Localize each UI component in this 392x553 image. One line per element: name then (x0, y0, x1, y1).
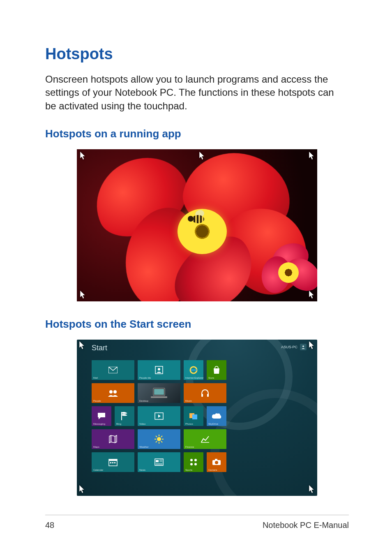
page-title: Hotspots (45, 45, 349, 63)
figure-start-screen-hotspots: Start ASUS-PC MailPeople-tileInternet Ex… (77, 340, 317, 496)
tile-label: Calendar (93, 469, 103, 471)
flag-icon (121, 412, 128, 420)
tile-label: Music (185, 400, 192, 402)
svg-rect-14 (192, 414, 197, 419)
start-tiles-grid: MailPeople-tileInternet ExplorerStorePeo… (92, 360, 226, 472)
svg-point-37 (190, 463, 193, 465)
news-icon (154, 458, 164, 466)
photos-icon (189, 412, 198, 420)
svg-rect-26 (110, 462, 111, 463)
svg-rect-41 (215, 459, 217, 460)
tile-label: Desktop (139, 400, 148, 402)
svg-rect-10 (201, 394, 203, 397)
cursor-icon (80, 152, 86, 160)
second-flower (256, 244, 317, 301)
chat-icon (97, 412, 106, 420)
svg-rect-11 (207, 394, 209, 397)
sports-icon (189, 458, 198, 466)
svg-line-22 (161, 436, 162, 437)
tile-messaging: Messaging (92, 406, 111, 426)
tile-music: Music (184, 383, 226, 403)
tile-label: People-tile (139, 377, 151, 379)
cursor-icon (79, 341, 85, 349)
svg-point-15 (157, 437, 161, 441)
tile-label: Maps (93, 446, 99, 448)
cursor-icon (199, 152, 205, 160)
tile-calendar: Calendar (92, 452, 134, 472)
svg-point-3 (158, 368, 160, 370)
book-title: Notebook PC E-Manual (263, 521, 349, 530)
tile-label: Mail (93, 377, 98, 379)
tile-finance: Finance (184, 429, 226, 449)
svg-rect-27 (112, 462, 113, 463)
svg-point-0 (302, 345, 304, 347)
cloud-icon (212, 413, 221, 419)
tile-label: People (93, 400, 101, 402)
tile-bing: Bing (115, 406, 134, 426)
section-heading-start-screen: Hotspots on the Start screen (45, 318, 349, 331)
tile-label: Internet Explorer (185, 377, 203, 379)
user-chip: ASUS-PC (281, 344, 307, 350)
svg-rect-25 (109, 459, 117, 461)
tile-video: Video (138, 406, 180, 426)
cursor-icon (309, 152, 315, 160)
tile-label: News (139, 469, 145, 471)
tile-label: Camera (208, 469, 217, 471)
calendar-icon (108, 458, 118, 466)
tile-store: Store (207, 360, 226, 380)
tile-sports: Sports (184, 452, 203, 472)
tile-skydrive: SkyDrive (207, 406, 226, 426)
page-footer: 48 Notebook PC E-Manual (45, 521, 349, 530)
tile-internet-explorer: Internet Explorer (184, 360, 203, 380)
sun-icon (154, 435, 164, 444)
page-number: 48 (45, 521, 54, 530)
avatar-icon (300, 344, 307, 350)
bee-illustration (188, 211, 210, 227)
cursor-icon (309, 485, 315, 493)
section-heading-running-app: Hotspots on a running app (45, 127, 349, 140)
figure-running-app-hotspots (77, 149, 317, 301)
svg-rect-8 (154, 389, 164, 395)
tile-news: News (138, 452, 180, 472)
flower-photo (77, 149, 317, 301)
tile-photos: Photos (184, 406, 203, 426)
tile-maps: Maps (92, 429, 134, 449)
people-icon (108, 389, 118, 397)
cursor-icon (79, 485, 85, 493)
tile-desktop: Desktop (138, 383, 180, 403)
tile-label: Photos (185, 423, 193, 425)
start-label: Start (92, 344, 107, 352)
svg-point-6 (113, 390, 117, 393)
svg-point-36 (194, 459, 197, 461)
tile-people-tile: People-tile (138, 360, 180, 380)
tile-label: Messaging (93, 423, 105, 425)
headphones-icon (201, 389, 210, 398)
tile-label: Sports (185, 469, 192, 471)
svg-rect-9 (151, 396, 167, 398)
play-icon (154, 412, 164, 420)
tile-label: Store (208, 377, 214, 379)
chart-icon (201, 435, 210, 443)
tile-mail: Mail (92, 360, 134, 380)
tile-people: People (92, 383, 134, 403)
tile-camera: Camera (207, 452, 226, 472)
cursor-icon (80, 291, 86, 299)
ie-icon (189, 366, 198, 375)
tile-label: Video (139, 423, 145, 425)
contact-icon (155, 366, 163, 374)
footer-rule (45, 515, 349, 515)
svg-point-35 (190, 459, 193, 461)
tile-weather: Weather (138, 429, 180, 449)
user-name-label: ASUS-PC (281, 345, 297, 349)
svg-line-20 (156, 436, 157, 437)
cursor-icon (309, 341, 315, 349)
svg-point-38 (194, 463, 197, 465)
mail-icon (108, 367, 118, 373)
camera-icon (212, 459, 221, 465)
tile-label: SkyDrive (208, 423, 218, 425)
cursor-icon (309, 291, 315, 299)
svg-line-21 (161, 441, 162, 442)
bag-icon (213, 366, 220, 374)
intro-paragraph: Onscreen hotspots allow you to launch pr… (45, 73, 345, 113)
tile-label: Finance (185, 446, 194, 448)
